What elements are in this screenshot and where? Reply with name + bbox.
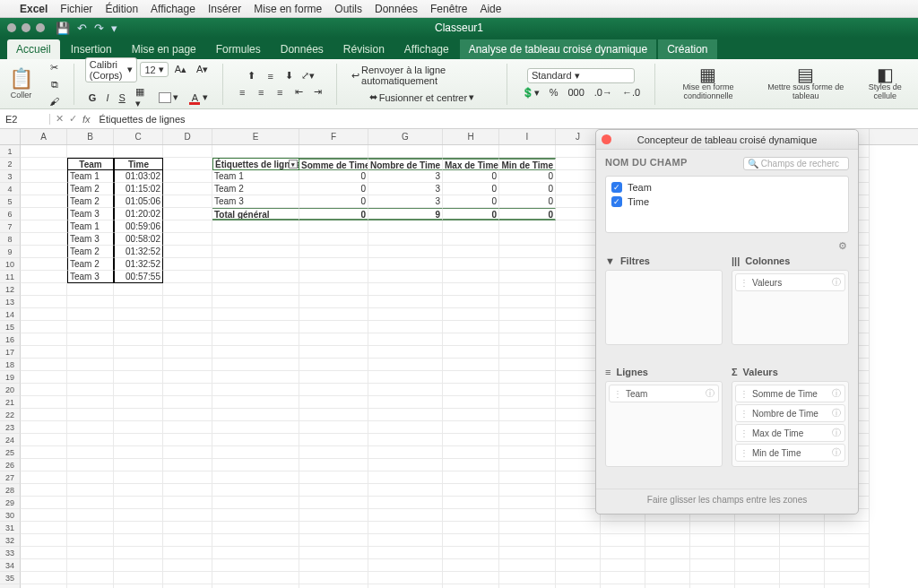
cell[interactable] [443, 145, 499, 158]
cell[interactable]: Team 2 [67, 258, 114, 271]
cell[interactable] [368, 559, 443, 572]
cell[interactable] [368, 246, 443, 258]
cell[interactable] [299, 584, 368, 588]
cell[interactable] [67, 283, 114, 296]
cell[interactable] [556, 559, 601, 572]
row-header[interactable]: 27 [0, 471, 21, 484]
cell[interactable] [645, 559, 690, 572]
cell[interactable] [212, 434, 299, 446]
cell[interactable] [443, 509, 499, 522]
number-format-select[interactable]: Standard ▾ [527, 68, 635, 83]
cell[interactable] [499, 534, 556, 547]
cell[interactable] [499, 572, 556, 584]
mac-menu-item[interactable]: Excel [20, 3, 48, 15]
field-search-input[interactable]: 🔍 Champs de recherc [743, 157, 849, 170]
cell[interactable] [368, 421, 443, 434]
cell[interactable] [645, 547, 690, 559]
cell[interactable]: Min de Time [499, 158, 556, 170]
cell[interactable] [499, 220, 556, 233]
cell[interactable] [114, 371, 163, 384]
row-header[interactable]: 3 [0, 170, 21, 183]
cell[interactable] [299, 446, 368, 459]
cell[interactable] [299, 484, 368, 497]
panel-settings-icon[interactable]: ⚙ [596, 240, 858, 252]
cell[interactable] [21, 559, 67, 572]
cell[interactable] [499, 459, 556, 471]
cell[interactable] [499, 584, 556, 588]
cell[interactable] [499, 333, 556, 346]
column-header[interactable]: F [299, 129, 368, 144]
cell[interactable] [499, 421, 556, 434]
cell[interactable] [163, 359, 212, 371]
mac-menu-item[interactable]: Fenêtre [430, 3, 467, 15]
cell[interactable] [212, 321, 299, 333]
cell[interactable] [67, 446, 114, 459]
cell[interactable]: 3 [368, 170, 443, 183]
cell[interactable]: 0 [443, 208, 499, 220]
cell[interactable] [67, 434, 114, 446]
cell[interactable] [368, 471, 443, 484]
ribbon-tab[interactable]: Révision [334, 39, 394, 59]
cell[interactable]: 0 [443, 183, 499, 195]
filters-zone[interactable] [605, 270, 723, 345]
font-name-select[interactable]: Calibri (Corps) ▾ [85, 57, 138, 82]
save-icon[interactable]: 💾 [56, 22, 70, 35]
cell[interactable] [556, 446, 601, 459]
cell[interactable]: Étiquettes de lignes▾ [212, 158, 299, 170]
mac-menu-item[interactable]: Outils [334, 3, 362, 15]
cell[interactable]: Team 2 [67, 246, 114, 258]
cell[interactable] [299, 421, 368, 434]
cell[interactable] [601, 522, 645, 534]
cell[interactable] [299, 359, 368, 371]
cell[interactable] [163, 183, 212, 195]
undo-icon[interactable]: ↶ [77, 22, 87, 35]
cell[interactable] [556, 258, 601, 271]
cell[interactable] [163, 572, 212, 584]
cell[interactable] [67, 421, 114, 434]
thousands-icon[interactable]: 000 [564, 85, 587, 99]
cell[interactable] [21, 258, 67, 271]
cell[interactable] [368, 359, 443, 371]
cell[interactable] [601, 547, 645, 559]
cell[interactable]: Team 3 [212, 195, 299, 208]
cell[interactable] [825, 547, 870, 559]
cell[interactable] [163, 421, 212, 434]
cell[interactable] [163, 158, 212, 170]
cell[interactable] [299, 258, 368, 271]
ribbon-context-tab[interactable]: Création [658, 39, 716, 59]
cell[interactable] [556, 183, 601, 195]
cell[interactable]: 01:03:02 [114, 170, 163, 183]
row-header[interactable]: 11 [0, 271, 21, 283]
cell[interactable] [21, 158, 67, 170]
cell[interactable] [499, 346, 556, 359]
row-header[interactable]: 19 [0, 371, 21, 384]
cell[interactable] [556, 158, 601, 170]
cell[interactable] [556, 547, 601, 559]
underline-button[interactable]: S [115, 91, 128, 105]
cell[interactable] [368, 459, 443, 471]
row-header[interactable]: 12 [0, 283, 21, 296]
cell[interactable]: 01:05:06 [114, 195, 163, 208]
cell[interactable] [780, 584, 825, 588]
cell[interactable] [21, 459, 67, 471]
bold-button[interactable]: G [85, 91, 100, 105]
ribbon-tab[interactable]: Affichage [395, 39, 458, 59]
cell[interactable] [114, 459, 163, 471]
cell[interactable]: 00:57:55 [114, 271, 163, 283]
row-header[interactable]: 25 [0, 446, 21, 459]
mac-menu-item[interactable]: Données [375, 3, 418, 15]
cell[interactable] [645, 522, 690, 534]
cell[interactable] [163, 471, 212, 484]
cell[interactable] [443, 421, 499, 434]
cell[interactable] [556, 246, 601, 258]
cell[interactable] [212, 384, 299, 396]
cell[interactable] [368, 434, 443, 446]
cell[interactable] [443, 459, 499, 471]
cell[interactable] [163, 208, 212, 220]
cell[interactable] [21, 371, 67, 384]
cell[interactable] [21, 409, 67, 421]
cell[interactable] [299, 522, 368, 534]
cell[interactable] [368, 572, 443, 584]
cell[interactable] [114, 446, 163, 459]
cell[interactable] [21, 584, 67, 588]
